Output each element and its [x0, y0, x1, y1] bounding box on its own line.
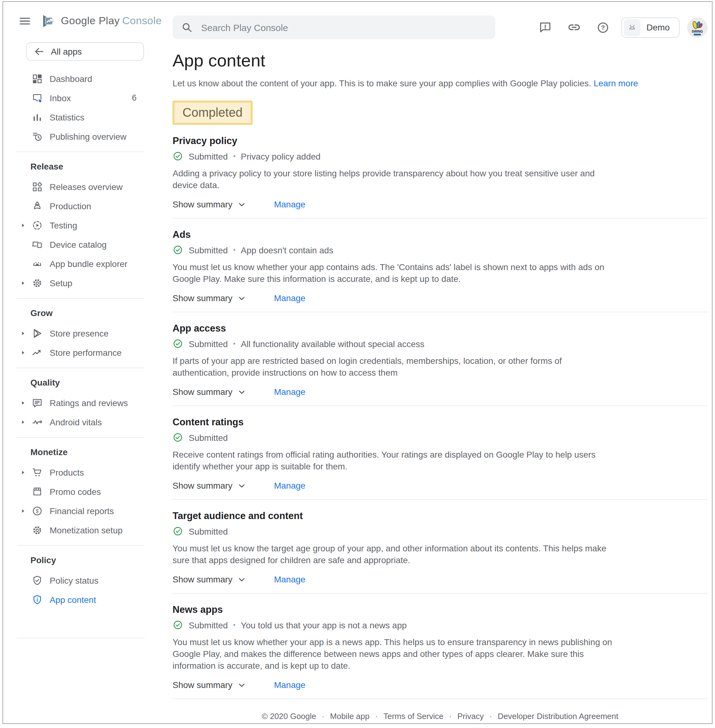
- sidebar-item-policy-status[interactable]: Policy status: [3, 571, 145, 590]
- sidebar-item-setup[interactable]: Setup: [3, 273, 145, 293]
- sidebar-item-store-presence[interactable]: Store presence: [3, 323, 145, 343]
- section-title: Content ratings: [172, 416, 707, 428]
- status-detail: App doesn't contain ads: [241, 245, 333, 255]
- sidebar-item-statistics[interactable]: Statistics: [3, 107, 145, 127]
- sidebar-nav: Dashboard Inbox 6 Statistics Publishing …: [3, 69, 145, 638]
- section-description: If parts of your app are restricted base…: [172, 355, 614, 379]
- store-performance-icon: [32, 347, 43, 358]
- show-summary-label: Show summary: [172, 387, 232, 397]
- chevron-down-icon: [237, 481, 247, 490]
- footer-link-2[interactable]: Terms of Service: [383, 711, 443, 721]
- show-summary-button[interactable]: Show summary: [172, 199, 247, 209]
- sidebar-item-label: Setup: [50, 278, 72, 288]
- policy-status-icon: [32, 575, 43, 586]
- statistics-icon: [32, 112, 43, 122]
- sidebar-item-testing[interactable]: Testing: [3, 216, 145, 235]
- section-status-row: Submitted App doesn't contain ads: [172, 245, 707, 255]
- section-actions: Show summary Manage: [172, 574, 707, 584]
- avatar[interactable]: SWING: [687, 17, 707, 38]
- account-switcher-button[interactable]: Demo: [621, 17, 680, 38]
- show-summary-button[interactable]: Show summary: [172, 680, 247, 690]
- sidebar-item-publishing-overview[interactable]: Publishing overview: [3, 127, 145, 146]
- section-description: Receive content ratings from official ra…: [172, 449, 614, 473]
- manage-link[interactable]: Manage: [274, 387, 305, 397]
- sidebar-item-ratings-and-reviews[interactable]: Ratings and reviews: [3, 393, 145, 412]
- app-content-icon: [32, 594, 43, 605]
- content-section-target-audience-and-content: Target audience and content Submitted Yo…: [172, 500, 707, 594]
- inbox-icon: [32, 92, 43, 103]
- content-section-app-access: App access Submitted All functionality a…: [172, 312, 707, 406]
- footer-link-1[interactable]: Mobile app: [330, 711, 370, 721]
- page-description: Let us know about the content of your ap…: [172, 77, 707, 89]
- sidebar-item-products[interactable]: Products: [3, 462, 145, 482]
- back-arrow-icon: [33, 46, 45, 57]
- chevron-down-icon: [237, 293, 247, 303]
- sidebar-section-title: Quality: [30, 378, 145, 387]
- sidebar-item-promo-codes[interactable]: Promo codes: [3, 482, 145, 501]
- sidebar-item-device-catalog[interactable]: Device catalog: [3, 235, 145, 254]
- show-summary-button[interactable]: Show summary: [172, 293, 247, 303]
- footer-separator-dot: ·: [489, 711, 492, 721]
- hamburger-menu-button[interactable]: [19, 15, 31, 27]
- sidebar-item-releases-overview[interactable]: Releases overview: [3, 177, 145, 196]
- chevron-down-icon: [237, 575, 247, 584]
- section-description: Adding a privacy policy to your store li…: [172, 168, 614, 191]
- google-play-console-logo: Google PlayConsole: [41, 14, 162, 29]
- all-apps-back-button[interactable]: All apps: [26, 42, 144, 61]
- manage-link[interactable]: Manage: [274, 293, 305, 303]
- sidebar-item-inbox[interactable]: Inbox 6: [3, 88, 145, 107]
- learn-more-link[interactable]: Learn more: [594, 78, 638, 88]
- feedback-button[interactable]: [539, 21, 551, 34]
- android-icon: [623, 19, 640, 36]
- status-separator-dot: [233, 624, 235, 626]
- show-summary-button[interactable]: Show summary: [172, 387, 247, 397]
- sidebar-item-production[interactable]: Production: [3, 196, 145, 216]
- show-summary-button[interactable]: Show summary: [172, 480, 247, 491]
- account-name: Demo: [646, 23, 670, 32]
- ratings-reviews-icon: [32, 397, 43, 408]
- help-button[interactable]: ?: [596, 21, 609, 34]
- manage-link[interactable]: Manage: [274, 199, 305, 209]
- check-circle-icon: [172, 526, 183, 536]
- check-circle-icon: [172, 620, 183, 630]
- testing-icon: [32, 219, 43, 231]
- sidebar-item-app-bundle-explorer[interactable]: App bundle explorer: [3, 254, 145, 273]
- show-summary-button[interactable]: Show summary: [172, 574, 247, 584]
- sidebar-item-app-content[interactable]: App content: [3, 590, 145, 609]
- status-text: Submitted: [189, 151, 228, 161]
- footer-link-4[interactable]: Developer Distribution Agreement: [498, 711, 618, 721]
- search-input[interactable]: [200, 21, 487, 33]
- production-icon: [32, 200, 43, 211]
- hamburger-icon: [19, 15, 31, 27]
- sidebar-section: Monetize Products Promo codes $ Financia…: [3, 437, 145, 539]
- sidebar-section: Policy Policy status App content: [3, 545, 145, 609]
- chevron-down-icon: [237, 680, 247, 690]
- setup-icon: [32, 277, 43, 288]
- footer-separator-dot: ·: [375, 711, 378, 721]
- section-title: Target audience and content: [172, 510, 707, 521]
- sidebar-item-financial-reports[interactable]: $ Financial reports: [3, 501, 145, 520]
- financial-reports-icon: $: [32, 505, 43, 516]
- sidebar-item-store-performance[interactable]: Store performance: [3, 343, 145, 362]
- status-text: Submitted: [189, 245, 228, 255]
- expand-caret-icon: [20, 469, 26, 475]
- sidebar-header: Google PlayConsole: [3, 2, 145, 29]
- footer-link-3[interactable]: Privacy: [457, 711, 484, 721]
- sidebar-item-label: Dashboard: [50, 74, 92, 83]
- page-title: App content: [172, 50, 707, 71]
- chevron-down-icon: [237, 387, 247, 396]
- sidebar-item-monetization-setup[interactable]: Monetization setup: [3, 520, 145, 539]
- sidebar-item-android-vitals[interactable]: Android vitals: [3, 412, 145, 432]
- content-section-content-ratings: Content ratings Submitted Receive conten…: [172, 406, 707, 500]
- section-actions: Show summary Manage: [172, 480, 707, 491]
- manage-link[interactable]: Manage: [274, 680, 305, 690]
- copy-link-button[interactable]: [567, 21, 581, 34]
- status-separator-dot: [233, 155, 235, 157]
- sidebar-section: Grow Store presence Store performance: [3, 298, 145, 362]
- sidebar-item-label: Products: [50, 467, 84, 477]
- manage-link[interactable]: Manage: [274, 574, 305, 584]
- google-play-logo-icon: [41, 14, 56, 29]
- sidebar-item-dashboard[interactable]: Dashboard: [3, 69, 145, 88]
- manage-link[interactable]: Manage: [274, 480, 305, 491]
- sidebar-item-label: Monetization setup: [50, 525, 122, 535]
